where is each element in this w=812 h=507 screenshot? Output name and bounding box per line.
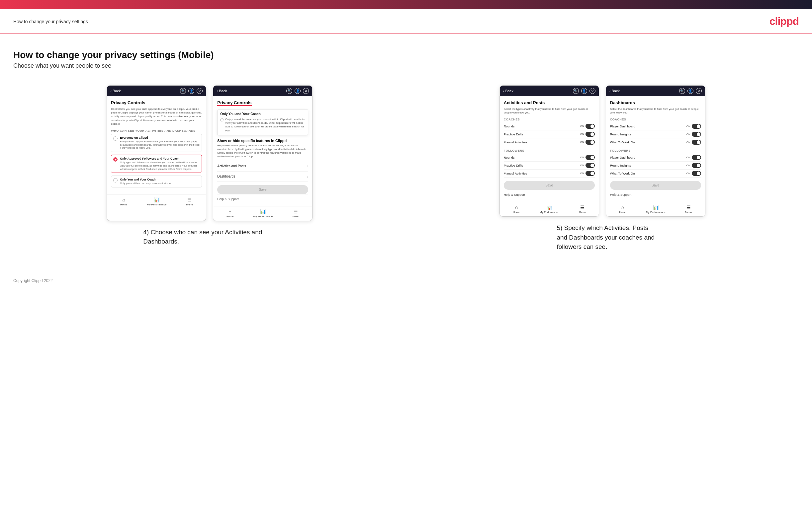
radio-option-everyone[interactable]: Everyone on Clippd Everyone on Clippd ca…	[111, 134, 202, 152]
menu-icon-2: ☰	[294, 209, 298, 214]
toggle-switch-d-f-ri[interactable]	[692, 163, 701, 168]
on-label-d-f-pd: ON	[687, 156, 691, 159]
toggle-switch-c-drills[interactable]	[586, 132, 595, 137]
toggle-switch-d-c-wtwo[interactable]	[692, 140, 701, 145]
radio-option-1-content: Everyone on Clippd Everyone on Clippd ca…	[120, 136, 200, 150]
toggle-label-d-c-pd: Player Dashboard	[610, 124, 635, 128]
toggle-container-d-f-pd: ON	[687, 155, 701, 160]
chevron-right-icon-dashboards: ›	[307, 174, 308, 179]
nav-performance-4[interactable]: 📊 My Performance	[646, 205, 666, 214]
toggle-followers-manual: Manual Activities ON	[504, 170, 595, 177]
chart-icon-3: 📊	[547, 205, 552, 210]
phone4-back-btn[interactable]: ‹ Back	[609, 89, 620, 93]
breadcrumb: How to change your privacy settings	[13, 19, 88, 24]
settings-icon[interactable]: ⚙	[197, 88, 203, 94]
nav-menu-label-4: Menu	[685, 211, 692, 214]
people-icon-3[interactable]: 👤	[581, 88, 587, 94]
search-icon-4[interactable]: 🔍	[679, 88, 685, 94]
nav-perf-label-3: My Performance	[540, 211, 559, 214]
people-icon-4[interactable]: 👤	[688, 88, 694, 94]
phone4-body: Dashboards Select the dashboards that yo…	[606, 96, 705, 202]
toggle-d-followers-ri: Round Insights ON	[610, 162, 701, 170]
toggle-switch-d-c-pd[interactable]	[692, 124, 701, 129]
phone3-topbar: ‹ Back 🔍 👤 ⚙	[500, 86, 599, 96]
caption-left-text: 4) Choose who can see your Activities an…	[143, 228, 283, 246]
settings-icon-3[interactable]: ⚙	[590, 88, 596, 94]
settings-icon-2[interactable]: ⚙	[303, 88, 309, 94]
copyright-text: Copyright Clippd 2022	[13, 278, 53, 283]
settings-icon-4[interactable]: ⚙	[696, 88, 702, 94]
radio-option-approved[interactable]: Only Approved Followers and Your Coach O…	[111, 155, 202, 173]
toggle-switch-f-drills[interactable]	[586, 163, 595, 168]
list-item-dashboards[interactable]: Dashboards ›	[217, 172, 308, 182]
people-icon[interactable]: 👤	[188, 88, 194, 94]
phone3-bottom-nav: ⌂ Home 📊 My Performance ☰ Menu	[500, 202, 599, 216]
toggle-switch-f-manual[interactable]	[586, 171, 595, 176]
toggle-container-c-rounds: ON	[580, 124, 595, 129]
nav-performance-2[interactable]: 📊 My Performance	[253, 209, 273, 218]
caption-right-line1: 5) Specify which Activities, Posts	[557, 223, 655, 233]
toggle-label-d-f-pd: Player Dashboard	[610, 156, 635, 159]
radio-option-coach-only[interactable]: Only You and Your Coach Only you and the…	[111, 175, 202, 187]
menu-icon-4: ☰	[687, 205, 691, 210]
nav-perf-label-1: My Performance	[147, 203, 167, 206]
phone2-topbar: ‹ Back 🔍 👤 ⚙	[213, 86, 312, 96]
phone-mockup-1: ‹ Back 🔍 👤 ⚙ Privacy Controls Control ho…	[107, 85, 206, 221]
nav-menu-2[interactable]: ☰ Menu	[293, 209, 299, 218]
phone4-save-btn[interactable]: Save	[610, 181, 701, 190]
phone2-help-support: Help & Support	[217, 194, 308, 202]
toggle-switch-d-c-ri[interactable]	[692, 132, 701, 137]
radio-circle-1	[113, 136, 117, 141]
toggle-label-d-c-wtwo: What To Work On	[610, 140, 635, 144]
phone1-back-btn[interactable]: ‹ Back	[110, 89, 120, 93]
phone2-back-btn[interactable]: ‹ Back	[216, 89, 227, 93]
phone1-bottom-nav: ⌂ Home 📊 My Performance ☰ Menu	[107, 194, 206, 209]
phone3-back-btn[interactable]: ‹ Back	[503, 89, 513, 93]
nav-home-3[interactable]: ⌂ Home	[513, 205, 520, 214]
nav-home-4[interactable]: ⌂ Home	[619, 205, 626, 214]
phone2-body: Privacy Controls Only You and Your Coach…	[213, 96, 312, 206]
phone2-save-btn[interactable]: Save	[217, 185, 308, 194]
nav-performance-1[interactable]: 📊 My Performance	[147, 197, 167, 206]
nav-performance-3[interactable]: 📊 My Performance	[540, 205, 559, 214]
search-icon-2[interactable]: 🔍	[286, 88, 292, 94]
nav-menu-4[interactable]: ☰ Menu	[685, 205, 692, 214]
nav-home-1[interactable]: ⌂ Home	[120, 197, 127, 206]
toggle-switch-f-rounds[interactable]	[586, 155, 595, 160]
nav-menu-3[interactable]: ☰ Menu	[579, 205, 586, 214]
phone2-bottom-nav: ⌂ Home 📊 My Performance ☰ Menu	[213, 206, 312, 221]
nav-home-2[interactable]: ⌂ Home	[226, 209, 234, 218]
radio-desc-3: Only you and the coaches you connect wit…	[120, 182, 171, 185]
toggle-d-coaches-pd: Player Dashboard ON	[610, 122, 701, 130]
phone4-help-support: Help & Support	[610, 190, 701, 198]
toggle-container-f-drills: ON	[580, 163, 595, 168]
toggle-switch-d-f-pd[interactable]	[692, 155, 701, 160]
search-icon[interactable]: 🔍	[180, 88, 186, 94]
people-icon-2[interactable]: 👤	[295, 88, 301, 94]
toggle-label-f-rounds: Rounds	[504, 156, 515, 159]
toggle-switch-d-f-wtwo[interactable]	[692, 171, 701, 176]
toggle-label-f-drills: Practice Drills	[504, 164, 523, 167]
radio-label-1: Everyone on Clippd	[120, 136, 200, 139]
phone1-icons: 🔍 👤 ⚙	[180, 88, 203, 94]
page-title: How to change your privacy settings (Mob…	[13, 50, 799, 60]
phone1-back-label: Back	[113, 89, 120, 93]
phone1-topbar: ‹ Back 🔍 👤 ⚙	[107, 86, 206, 96]
search-icon-3[interactable]: 🔍	[573, 88, 579, 94]
popup-title: Only You and Your Coach	[220, 112, 305, 116]
phone1-body: Privacy Controls Control how you and you…	[107, 96, 206, 194]
toggle-switch-c-manual[interactable]	[586, 140, 595, 145]
phone4-section-text: Select the dashboards that you'd like to…	[610, 107, 701, 114]
screenshots-right: ‹ Back 🔍 👤 ⚙ Activities and Posts Select…	[406, 85, 799, 252]
caption-right: 5) Specify which Activities, Posts and D…	[550, 223, 655, 252]
radio-desc-2: Only approved followers and coaches you …	[120, 161, 200, 171]
list-item-activities[interactable]: Activities and Posts ›	[217, 161, 308, 172]
home-icon-2: ⌂	[229, 209, 231, 214]
home-icon-1: ⌂	[122, 197, 125, 203]
phone3-save-btn[interactable]: Save	[504, 181, 595, 190]
toggle-switch-c-rounds[interactable]	[586, 124, 595, 129]
screenshots-section: ‹ Back 🔍 👤 ⚙ Privacy Controls Control ho…	[13, 85, 799, 252]
radio-label-2: Only Approved Followers and Your Coach	[120, 157, 200, 160]
toggle-container-d-f-ri: ON	[687, 163, 701, 168]
nav-menu-1[interactable]: ☰ Menu	[186, 197, 193, 206]
